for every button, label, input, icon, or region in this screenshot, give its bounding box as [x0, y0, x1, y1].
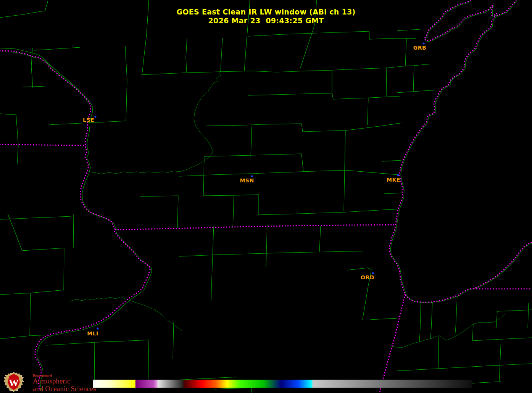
station-dot-lse: [95, 116, 97, 118]
rivers-layer: [69, 72, 505, 348]
satellite-image-viewport: GOES East Clean IR LW window (ABI ch 13)…: [0, 0, 532, 393]
station-dot-ord: [372, 272, 374, 274]
uw-crest-icon: W: [2, 372, 25, 392]
ir-enhancement-colorbar: [93, 380, 472, 388]
shoreline-green-layer: [0, 0, 532, 392]
state-line-mn-ia: [0, 144, 85, 145]
station-dot-grb: [423, 43, 425, 45]
station-label-lse: LSE: [83, 117, 94, 123]
station-label-grb: GRB: [413, 45, 426, 51]
station-label-mke: MKE: [387, 177, 400, 183]
station-label-msn: MSN: [240, 177, 254, 184]
logo-text: Department of Atmospheric and Oceanic Sc…: [33, 372, 96, 393]
station-label-ord: ORD: [361, 274, 374, 280]
logo-line2: and Oceanic Sciences: [33, 385, 96, 393]
logo-line1: Atmospheric: [33, 377, 96, 385]
station-dot-msn: [251, 176, 253, 177]
title-block: GOES East Clean IR LW window (ABI ch 13)…: [0, 8, 532, 25]
state-line-wi-il: [115, 225, 394, 230]
state-line-il-in: [380, 295, 405, 393]
county-boundaries-layer: [0, 0, 532, 393]
image-title: GOES East Clean IR LW window (ABI ch 13): [0, 8, 532, 16]
station-dot-mli: [97, 328, 99, 330]
state-boundaries-layer: [0, 0, 532, 393]
station-dot-mke: [397, 174, 399, 176]
map-canvas: [0, 0, 532, 393]
uw-aos-logo: W Department of Atmospheric and Oceanic …: [2, 372, 96, 393]
station-label-mli: MLI: [87, 330, 98, 337]
image-timestamp: 2026 Mar 23 09:43:25 GMT: [0, 16, 532, 25]
crest-letter: W: [9, 377, 19, 388]
